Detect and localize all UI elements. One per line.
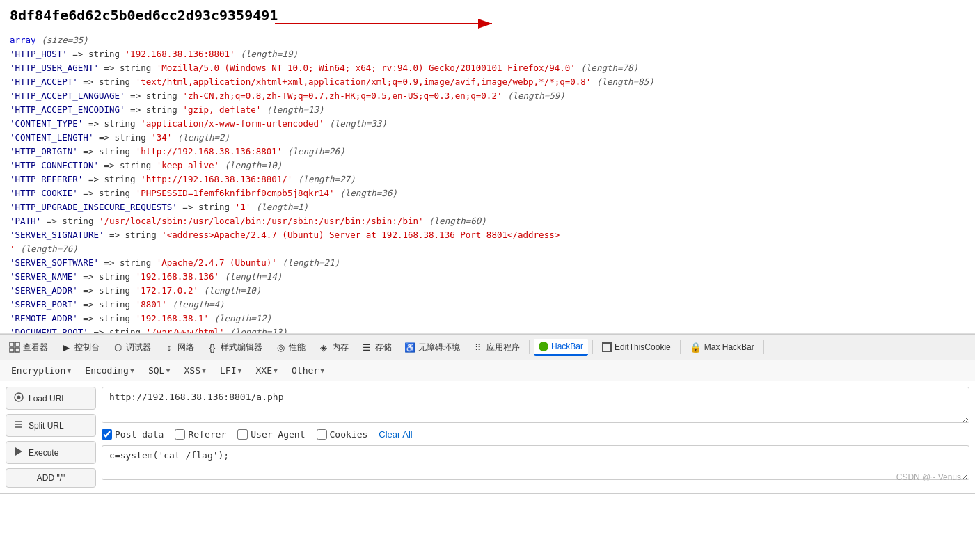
hackbar-menu-encoding[interactable]: Encoding ▼	[79, 363, 140, 378]
inspector-icon	[9, 342, 20, 353]
hackbar-menu-sql[interactable]: SQL ▼	[143, 363, 176, 378]
memory-label: 内存	[332, 342, 349, 353]
code-line: 'HTTP_UPGRADE_INSECURE_REQUESTS' => stri…	[10, 200, 965, 214]
devtools-network-btn[interactable]: ↕ 网络	[159, 339, 199, 356]
devtools-performance-btn[interactable]: ◎ 性能	[270, 339, 310, 356]
separator-1	[529, 340, 530, 354]
devtools-editthiscookie-btn[interactable]: EditThisCookie	[597, 339, 676, 355]
devtools-memory-btn[interactable]: ◈ 内存	[313, 339, 354, 356]
svg-rect-5	[15, 348, 19, 352]
chevron-down-icon: ▼	[274, 367, 278, 374]
chevron-down-icon: ▼	[67, 367, 71, 374]
accessibility-label: 无障碍环境	[418, 342, 460, 353]
devtools-apps-btn[interactable]: ⠿ 应用程序	[468, 339, 525, 356]
console-label: 控制台	[74, 342, 100, 353]
devtools-accessibility-btn[interactable]: ♿ 无障碍环境	[399, 339, 465, 356]
code-line: 'HTTP_ACCEPT_LANGUAGE' => string 'zh-CN,…	[10, 89, 965, 103]
editthiscookie-label: EditThisCookie	[615, 342, 671, 352]
style-editor-label: 样式编辑器	[221, 342, 262, 353]
execute-label: Execute	[29, 448, 58, 458]
checkbox-text-referer: Referer	[188, 429, 226, 440]
code-lines: array (size=35) 'HTTP_HOST' => string '1…	[10, 33, 965, 334]
checkbox-post_data[interactable]	[102, 429, 112, 440]
code-line: 'HTTP_USER_AGENT' => string 'Mozilla/5.0…	[10, 61, 965, 75]
devtools-storage-btn[interactable]: ☰ 存储	[356, 339, 397, 356]
devtools-debugger-btn[interactable]: ⬡ 调试器	[107, 339, 156, 356]
code-line: 'SERVER_NAME' => string '192.168.38.136'…	[10, 270, 965, 284]
split-url-icon	[13, 419, 24, 432]
storage-label: 存储	[375, 342, 392, 353]
hackbar-menu-label-xss: XSS	[184, 365, 200, 376]
devtools-maxhackbar-btn[interactable]: 🔒 Max HackBar	[685, 339, 759, 355]
hackbar-menu-encryption[interactable]: Encryption ▼	[6, 363, 77, 378]
checkbox-referer[interactable]	[175, 429, 185, 440]
split-url-button[interactable]: Split URL	[6, 414, 96, 437]
code-line: 'REMOTE_ADDR' => string '192.168.38.1' (…	[10, 312, 965, 326]
debugger-label: 调试器	[126, 342, 151, 353]
hackbar-menu-lfi[interactable]: LFI ▼	[214, 363, 248, 378]
code-line: 'SERVER_PORT' => string '8801' (length=4…	[10, 298, 965, 312]
memory-icon: ◈	[318, 342, 329, 353]
checkbox-row: Post dataRefererUser AgentCookiesClear A…	[102, 429, 969, 440]
chevron-down-icon: ▼	[130, 367, 134, 374]
chevron-down-icon: ▼	[166, 367, 170, 374]
hackbar-menu-xxe[interactable]: XXE ▼	[251, 363, 284, 378]
chevron-down-icon: ▼	[237, 367, 241, 374]
execute-button[interactable]: Execute	[6, 441, 96, 464]
hackbar-menu-label-sql: SQL	[148, 365, 164, 376]
performance-label: 性能	[289, 342, 306, 353]
hash-value: 8df84fe6d62c5b0ed6cc2d93c9359491	[10, 7, 278, 24]
hackbar-left-buttons: Load URL Split URL Execute ADD "/"	[6, 387, 96, 488]
code-line: 'HTTP_ORIGIN' => string 'http://192.168.…	[10, 145, 965, 159]
hackbar-menu-label-lfi: LFI	[220, 365, 236, 376]
devtools-hackbar-btn[interactable]: HackBar	[534, 339, 588, 356]
add-slash-label: ADD "/"	[37, 473, 65, 483]
checkbox-text-post_data: Post data	[115, 429, 164, 440]
post-data-input[interactable]	[102, 445, 969, 480]
url-input[interactable]	[102, 387, 969, 423]
checkbox-label-cookies[interactable]: Cookies	[317, 429, 368, 440]
console-icon: ▶	[61, 342, 72, 353]
code-line: 'SERVER_SIGNATURE' => string '<address>A…	[10, 228, 965, 242]
performance-icon: ◎	[275, 342, 286, 353]
hackbar-menu-other[interactable]: Other ▼	[286, 363, 330, 378]
devtools-toolbar: 查看器 ▶ 控制台 ⬡ 调试器 ↕ 网络 {} 样式编辑器 ◎ 性能 ◈ 内存 …	[0, 334, 975, 360]
code-line: 'CONTENT_TYPE' => string 'application/x-…	[10, 117, 965, 131]
debugger-icon: ⬡	[112, 342, 123, 353]
execute-icon	[13, 446, 24, 459]
code-line: 'HTTP_ACCEPT' => string 'text/html,appli…	[10, 75, 965, 89]
chevron-down-icon: ▼	[320, 367, 324, 374]
svg-point-7	[17, 396, 21, 399]
apps-icon: ⠿	[473, 342, 484, 353]
code-line: 'HTTP_ACCEPT_ENCODING' => string 'gzip, …	[10, 103, 965, 117]
code-line: 'DOCUMENT_ROOT' => string '/var/www/html…	[10, 326, 965, 334]
maxhackbar-label: Max HackBar	[704, 342, 754, 352]
add-slash-button[interactable]: ADD "/"	[6, 468, 96, 488]
chevron-down-icon: ▼	[202, 367, 206, 374]
load-url-button[interactable]: Load URL	[6, 387, 96, 410]
separator-2	[592, 340, 593, 354]
code-line: 'SERVER_SOFTWARE' => string 'Apache/2.4.…	[10, 256, 965, 270]
hackbar-menu-label-other: Other	[292, 365, 319, 376]
checkbox-label-post_data[interactable]: Post data	[102, 429, 164, 440]
devtools-style-editor-btn[interactable]: {} 样式编辑器	[202, 339, 267, 356]
devtools-inspector-btn[interactable]: 查看器	[4, 339, 53, 356]
hackbar-menu-xss[interactable]: XSS ▼	[178, 363, 212, 378]
hackbar-menubar: Encryption ▼Encoding ▼SQL ▼XSS ▼LFI ▼XXE…	[0, 360, 975, 381]
svg-marker-11	[15, 447, 22, 456]
separator-3	[680, 340, 681, 354]
devtools-console-btn[interactable]: ▶ 控制台	[56, 339, 104, 356]
style-editor-icon: {}	[207, 342, 218, 353]
clear-all-button[interactable]: Clear All	[379, 429, 412, 440]
checkbox-label-user_agent[interactable]: User Agent	[237, 429, 305, 440]
checkbox-cookies[interactable]	[317, 429, 327, 440]
load-url-icon	[13, 392, 24, 405]
split-url-label: Split URL	[29, 421, 64, 431]
code-line: 'SERVER_ADDR' => string '172.17.0.2' (le…	[10, 284, 965, 298]
code-line: 'PATH' => string '/usr/local/sbin:/usr/l…	[10, 214, 965, 228]
svg-rect-2	[10, 342, 14, 346]
checkbox-label-referer[interactable]: Referer	[175, 429, 226, 440]
editthiscookie-icon	[602, 342, 612, 352]
checkbox-user_agent[interactable]	[237, 429, 248, 440]
hackbar-menu-label-encoding: Encoding	[85, 365, 129, 376]
